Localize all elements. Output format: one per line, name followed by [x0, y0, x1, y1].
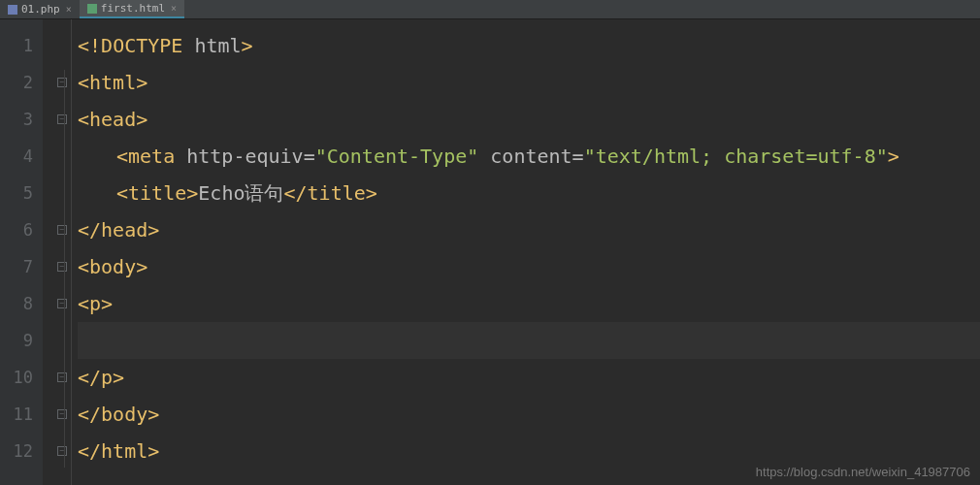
line-gutter: 1 2 3 4 5 6 7 8 9 10 11 12: [0, 19, 43, 485]
code-line: <title>Echo语句</title>: [78, 175, 980, 211]
fold-icon[interactable]: −: [57, 446, 67, 456]
tab-label: 01.php: [21, 3, 60, 16]
fold-icon[interactable]: −: [57, 372, 67, 382]
code-line: <head>: [78, 101, 980, 138]
code-line: </head>: [78, 211, 980, 248]
php-file-icon: [8, 5, 17, 15]
fold-icon[interactable]: −: [57, 262, 67, 272]
line-number: 2: [0, 64, 43, 101]
fold-icon[interactable]: −: [57, 409, 67, 419]
code-line: </body>: [78, 396, 980, 433]
line-number: 4: [0, 138, 43, 175]
code-line: <!DOCTYPE html>: [78, 27, 980, 64]
code-line: <meta http-equiv="Content-Type" content=…: [78, 138, 980, 175]
fold-icon[interactable]: −: [57, 78, 67, 87]
editor: 1 2 3 4 5 6 7 8 9 10 11 12 − − − − − − −…: [0, 19, 980, 485]
line-number: 3: [0, 101, 43, 138]
code-area[interactable]: <!DOCTYPE html> <html> <head> <meta http…: [72, 19, 980, 485]
code-line-current: [78, 322, 980, 359]
code-line: <body>: [78, 248, 980, 285]
close-icon[interactable]: ×: [66, 4, 72, 15]
line-number: 6: [0, 211, 43, 248]
code-line: <p>: [78, 285, 980, 322]
fold-column: − − − − − − − −: [43, 19, 72, 485]
line-number: 8: [0, 285, 43, 322]
line-number: 7: [0, 248, 43, 285]
tab-bar: 01.php × first.html ×: [0, 0, 980, 19]
line-number: 9: [0, 322, 43, 359]
tab-first-html[interactable]: first.html ×: [80, 0, 184, 18]
line-number: 12: [0, 433, 43, 469]
code-line: </p>: [78, 359, 980, 396]
close-icon[interactable]: ×: [171, 3, 177, 14]
line-number: 5: [0, 175, 43, 211]
html-file-icon: [87, 4, 97, 14]
line-number: 10: [0, 359, 43, 396]
fold-icon[interactable]: −: [57, 225, 67, 235]
line-number: 11: [0, 396, 43, 433]
fold-icon[interactable]: −: [57, 114, 67, 124]
line-number: 1: [0, 27, 43, 64]
tab-01-php[interactable]: 01.php ×: [0, 0, 80, 18]
fold-icon[interactable]: −: [57, 299, 67, 308]
watermark: https://blog.csdn.net/weixin_41987706: [756, 465, 970, 479]
tab-label: first.html: [101, 2, 165, 15]
code-line: <html>: [78, 64, 980, 101]
